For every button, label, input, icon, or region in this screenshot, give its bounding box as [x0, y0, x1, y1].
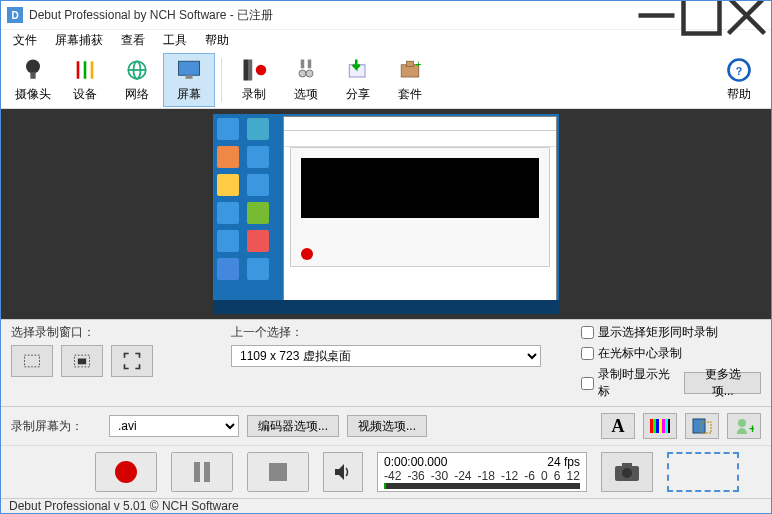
desktop-preview: [213, 114, 559, 314]
record-button[interactable]: [95, 452, 157, 492]
svg-rect-12: [179, 61, 200, 75]
svg-text:+: +: [415, 58, 421, 70]
svg-rect-31: [650, 419, 653, 433]
watermark-button[interactable]: +: [727, 413, 761, 439]
tool-camera-label: 摄像头: [15, 86, 51, 103]
svg-point-16: [256, 65, 267, 76]
select-window-button[interactable]: [61, 345, 103, 377]
select-fullscreen-button[interactable]: [111, 345, 153, 377]
video-options-button[interactable]: 视频选项...: [347, 415, 427, 437]
maximize-button[interactable]: [679, 1, 724, 29]
tool-options[interactable]: 选项: [280, 53, 332, 107]
format-label: 录制屏幕为：: [11, 418, 101, 435]
svg-text:?: ?: [736, 65, 742, 77]
tool-share-label: 分享: [346, 86, 370, 103]
tool-help-label: 帮助: [727, 86, 751, 103]
tool-suite-label: 套件: [398, 86, 422, 103]
tool-device-label: 设备: [73, 86, 97, 103]
pause-button[interactable]: [171, 452, 233, 492]
svg-rect-43: [622, 463, 632, 468]
svg-rect-17: [301, 60, 305, 69]
tool-network[interactable]: 网络: [111, 53, 163, 107]
svg-rect-33: [656, 419, 659, 433]
window-title: Debut Professional by NCH Software - 已注册: [29, 7, 634, 24]
color-adjust-button[interactable]: [643, 413, 677, 439]
svg-rect-29: [78, 359, 86, 365]
prev-selection-combo[interactable]: 1109 x 723 虚拟桌面: [231, 345, 541, 367]
tool-network-label: 网络: [125, 86, 149, 103]
svg-rect-18: [308, 60, 312, 69]
encoder-options-button[interactable]: 编码器选项...: [247, 415, 339, 437]
svg-rect-13: [186, 75, 193, 79]
chk-show-rect[interactable]: 显示选择矩形同时录制: [581, 324, 761, 341]
svg-point-42: [622, 468, 632, 478]
svg-rect-27: [25, 355, 40, 367]
tool-record-label: 录制: [242, 86, 266, 103]
svg-rect-34: [659, 419, 662, 433]
menu-tools[interactable]: 工具: [155, 30, 195, 51]
tool-screen[interactable]: 屏幕: [163, 53, 215, 107]
menu-capture[interactable]: 屏幕捕获: [47, 30, 111, 51]
menu-view[interactable]: 查看: [113, 30, 153, 51]
svg-point-4: [26, 60, 40, 74]
tool-share[interactable]: 分享: [332, 53, 384, 107]
snapshot-button[interactable]: [601, 452, 653, 492]
tool-options-label: 选项: [294, 86, 318, 103]
select-rect-button[interactable]: [11, 345, 53, 377]
stop-button[interactable]: [247, 452, 309, 492]
audio-button[interactable]: [323, 452, 363, 492]
svg-rect-23: [407, 61, 414, 66]
svg-point-20: [306, 70, 313, 77]
svg-text:+: +: [749, 422, 754, 435]
menu-file[interactable]: 文件: [5, 30, 45, 51]
svg-rect-15: [249, 60, 253, 81]
close-button[interactable]: [724, 1, 769, 29]
format-ext-combo[interactable]: .avi: [109, 415, 239, 437]
svg-rect-32: [653, 419, 656, 433]
svg-rect-5: [30, 72, 35, 79]
menu-help[interactable]: 帮助: [197, 30, 237, 51]
svg-rect-36: [665, 419, 668, 433]
tool-help[interactable]: ? 帮助: [713, 53, 765, 107]
tool-screen-label: 屏幕: [177, 86, 201, 103]
effects-button[interactable]: [685, 413, 719, 439]
more-options-button[interactable]: 更多选项...: [684, 372, 761, 394]
select-window-label: 选择录制窗口：: [11, 324, 201, 341]
svg-point-39: [738, 419, 746, 427]
status-text: Debut Professional v 5.01 © NCH Software: [9, 499, 239, 513]
timeline-fps: 24 fps: [547, 455, 580, 469]
app-icon: D: [7, 7, 23, 23]
text-overlay-button[interactable]: A: [601, 413, 635, 439]
svg-rect-1: [684, 0, 720, 33]
tool-camera[interactable]: 摄像头: [7, 53, 59, 107]
tool-suite[interactable]: + 套件: [384, 53, 436, 107]
timeline: 0:00:00.00024 fps -42-36-30-24-18-12-606…: [377, 452, 587, 492]
svg-rect-37: [693, 419, 705, 433]
chk-center-cursor[interactable]: 在光标中心录制: [581, 345, 761, 362]
drop-target[interactable]: [667, 452, 739, 492]
svg-rect-14: [244, 60, 249, 81]
prev-selection-label: 上一个选择：: [231, 324, 551, 341]
preview-area: [1, 109, 771, 319]
tool-device[interactable]: 设备: [59, 53, 111, 107]
tool-record[interactable]: 录制: [228, 53, 280, 107]
svg-point-19: [299, 70, 306, 77]
minimize-button[interactable]: [634, 1, 679, 29]
chk-show-cursor[interactable]: 录制时显示光标: [581, 366, 676, 400]
timeline-time: 0:00:00.000: [384, 455, 447, 469]
svg-rect-35: [662, 419, 665, 433]
